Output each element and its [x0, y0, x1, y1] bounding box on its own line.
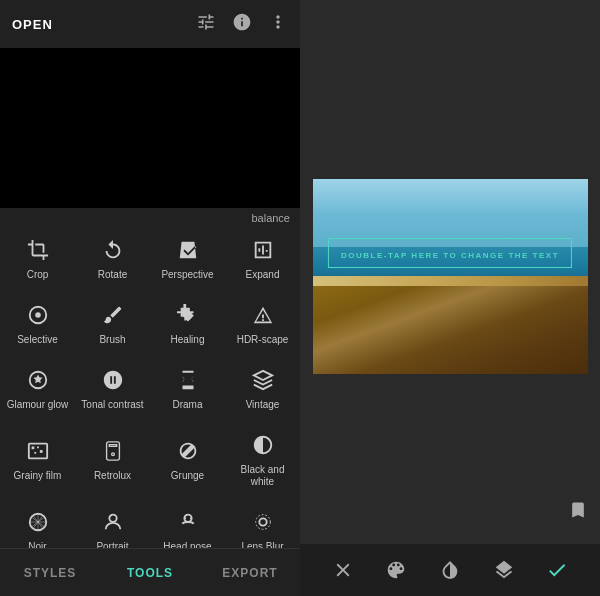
- confirm-button[interactable]: [546, 559, 568, 581]
- retrolux-icon: [99, 437, 127, 465]
- tool-lens-blur[interactable]: Lens Blur: [225, 498, 300, 548]
- tool-rotate[interactable]: Rotate: [75, 226, 150, 291]
- balance-label: balance: [0, 208, 300, 226]
- layers-icon[interactable]: [493, 559, 515, 581]
- text-overlay-label: DOUBLE-TAP HERE TO CHANGE THE TEXT: [341, 251, 559, 260]
- vintage-icon: [249, 366, 277, 394]
- healing-icon: [174, 301, 202, 329]
- crop-label: Crop: [27, 269, 49, 281]
- tool-grunge[interactable]: Grunge: [150, 421, 225, 498]
- palette-icon[interactable]: [385, 559, 407, 581]
- cancel-button[interactable]: [332, 559, 354, 581]
- rotate-label: Rotate: [98, 269, 127, 281]
- head-pose-label: Head pose: [163, 541, 211, 548]
- glamour-glow-label: Glamour glow: [7, 399, 69, 411]
- tool-black-white[interactable]: Black and white: [225, 421, 300, 498]
- hdrscape-label: HDR-scape: [237, 334, 289, 346]
- black-white-label: Black and white: [229, 464, 296, 488]
- tool-vintage[interactable]: Vintage: [225, 356, 300, 421]
- grunge-icon: [174, 437, 202, 465]
- lens-blur-label: Lens Blur: [241, 541, 283, 548]
- more-icon[interactable]: [268, 12, 288, 37]
- top-bar: OPEN: [0, 0, 300, 48]
- black-white-icon: [249, 431, 277, 459]
- tab-export[interactable]: EXPORT: [200, 549, 300, 596]
- tool-drama[interactable]: Drama: [150, 356, 225, 421]
- noir-label: Noir: [28, 541, 46, 548]
- selective-icon: [24, 301, 52, 329]
- right-panel: DOUBLE-TAP HERE TO CHANGE THE TEXT: [300, 0, 600, 596]
- brush-label: Brush: [99, 334, 125, 346]
- head-pose-icon: [174, 508, 202, 536]
- expand-icon: [249, 236, 277, 264]
- glamour-glow-icon: [24, 366, 52, 394]
- image-area: DOUBLE-TAP HERE TO CHANGE THE TEXT: [300, 0, 600, 544]
- tool-crop[interactable]: Crop: [0, 226, 75, 291]
- grainy-film-icon: [24, 437, 52, 465]
- tool-brush[interactable]: Brush: [75, 291, 150, 356]
- bookmark-icon[interactable]: [568, 500, 588, 524]
- brush-icon: [99, 301, 127, 329]
- grainy-film-label: Grainy film: [14, 470, 62, 482]
- svg-rect-4: [37, 446, 39, 448]
- svg-point-8: [109, 515, 116, 522]
- svg-point-1: [35, 312, 41, 318]
- tonal-contrast-icon: [99, 366, 127, 394]
- top-bar-icons: [196, 12, 288, 37]
- tool-grainy-film[interactable]: Grainy film: [0, 421, 75, 498]
- info-icon[interactable]: [232, 12, 252, 37]
- tool-perspective[interactable]: Perspective: [150, 226, 225, 291]
- tool-portrait[interactable]: Portrait: [75, 498, 150, 548]
- tab-tools[interactable]: TOOLS: [100, 549, 200, 596]
- svg-point-13: [255, 515, 270, 530]
- svg-point-11: [189, 517, 191, 519]
- tool-expand[interactable]: Expand: [225, 226, 300, 291]
- svg-rect-3: [31, 446, 34, 449]
- tool-selective[interactable]: Selective: [0, 291, 75, 356]
- hdrscape-icon: [249, 301, 277, 329]
- grunge-label: Grunge: [171, 470, 204, 482]
- svg-rect-5: [34, 452, 36, 454]
- lens-blur-icon: [249, 508, 277, 536]
- retrolux-label: Retrolux: [94, 470, 131, 482]
- rotate-icon: [99, 236, 127, 264]
- svg-point-12: [259, 518, 266, 525]
- tool-noir[interactable]: Noir: [0, 498, 75, 548]
- expand-label: Expand: [246, 269, 280, 281]
- vintage-label: Vintage: [246, 399, 280, 411]
- tools-grid: Crop Rotate Perspective Expand Selecti: [0, 226, 300, 548]
- opacity-icon[interactable]: [439, 559, 461, 581]
- svg-point-10: [184, 517, 186, 519]
- healing-label: Healing: [171, 334, 205, 346]
- tool-hdrscape[interactable]: HDR-scape: [225, 291, 300, 356]
- tool-head-pose[interactable]: Head pose: [150, 498, 225, 548]
- perspective-icon: [174, 236, 202, 264]
- photo-bg: [313, 179, 588, 374]
- perspective-label: Perspective: [161, 269, 213, 281]
- portrait-icon: [99, 508, 127, 536]
- tool-tonal-contrast[interactable]: Tonal contrast: [75, 356, 150, 421]
- svg-rect-2: [28, 444, 46, 459]
- open-button[interactable]: OPEN: [12, 17, 53, 32]
- tab-styles[interactable]: STYLES: [0, 549, 100, 596]
- tonal-contrast-label: Tonal contrast: [81, 399, 143, 411]
- bottom-tabs: STYLES TOOLS EXPORT: [0, 548, 300, 596]
- svg-rect-6: [39, 450, 42, 453]
- right-bottom-bar: [300, 544, 600, 596]
- left-panel: OPEN balance Crop: [0, 0, 300, 596]
- land-layer: [313, 286, 588, 374]
- text-overlay-box[interactable]: DOUBLE-TAP HERE TO CHANGE THE TEXT: [328, 238, 572, 268]
- tune-icon[interactable]: [196, 12, 216, 37]
- crop-icon: [24, 236, 52, 264]
- portrait-label: Portrait: [96, 541, 128, 548]
- noir-icon: [24, 508, 52, 536]
- drama-label: Drama: [172, 399, 202, 411]
- photo-container[interactable]: DOUBLE-TAP HERE TO CHANGE THE TEXT: [313, 179, 588, 374]
- preview-area: [0, 48, 300, 208]
- selective-label: Selective: [17, 334, 58, 346]
- tool-retrolux[interactable]: Retrolux: [75, 421, 150, 498]
- drama-icon: [174, 366, 202, 394]
- tool-glamour-glow[interactable]: Glamour glow: [0, 356, 75, 421]
- tool-healing[interactable]: Healing: [150, 291, 225, 356]
